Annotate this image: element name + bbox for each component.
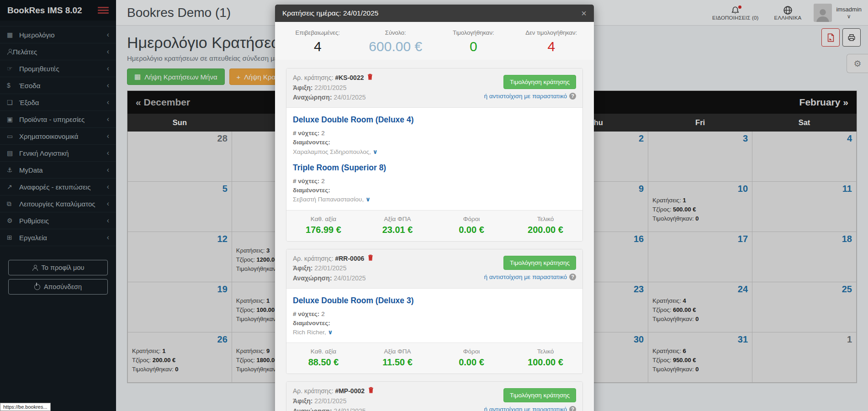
booking-card-header: Αρ. κράτησης: #MP-0002 Άφιξη: 22/01/2025… bbox=[286, 382, 582, 411]
booking-card-header: Αρ. κράτησης: #KS-0022 Άφιξη: 22/01/2025… bbox=[286, 68, 582, 108]
departure-label: Αναχώρηση: bbox=[293, 94, 332, 101]
stat-label: Επιβεβαιωμένες: bbox=[279, 29, 357, 36]
stat-label: Σύνολο: bbox=[357, 29, 435, 36]
booking-rooms: Deluxe Double Room (Deluxe 3) # νύχτες: … bbox=[286, 289, 582, 343]
close-icon[interactable]: × bbox=[581, 9, 587, 18]
room-block: Triple Room (Superior 8) # νύχτες: 2 δια… bbox=[293, 163, 576, 205]
vat-label: Αξία ΦΠΑ bbox=[360, 348, 434, 355]
final-value: 200.00 € bbox=[508, 225, 582, 235]
booking-card: Αρ. κράτησης: #MP-0002 Άφιξη: 22/01/2025… bbox=[286, 381, 583, 411]
vat-label: Αξία ΦΠΑ bbox=[360, 216, 434, 222]
modal-title: Κρατήσεις ημέρας: 24/01/2025 bbox=[282, 9, 378, 17]
booking-id: #RR-0006 bbox=[335, 255, 364, 262]
stat-label: Τιμολογήθηκαν: bbox=[434, 29, 513, 36]
help-icon[interactable]: ? bbox=[569, 274, 576, 280]
delete-booking-icon[interactable] bbox=[367, 74, 373, 81]
nights-value: 2 bbox=[321, 311, 325, 317]
booking-no-label: Αρ. κράτησης: bbox=[293, 74, 333, 81]
modal-stat: Επιβεβαιωμένες: 4 bbox=[279, 29, 357, 54]
booking-cards: Αρ. κράτησης: #KS-0022 Άφιξη: 22/01/2025… bbox=[275, 60, 594, 411]
chevron-down-icon[interactable]: ∨ bbox=[328, 329, 333, 336]
taxes-label: Φόροι bbox=[434, 216, 508, 222]
nights-value: 2 bbox=[321, 178, 325, 184]
arrival-label: Άφιξη: bbox=[293, 397, 312, 405]
room-name-link[interactable]: Deluxe Double Room (Deluxe 3) bbox=[293, 296, 576, 306]
booking-no-label: Αρ. κράτησης: bbox=[293, 387, 333, 395]
guest-name: Σεβαστή Παπαναστασίου, bbox=[293, 196, 364, 203]
final-label: Τελικό bbox=[508, 216, 582, 222]
modal-stat: Δεν τιμολογήθηκαν: 4 bbox=[513, 29, 591, 54]
invoice-booking-button[interactable]: Τιμολόγηση κράτησης bbox=[503, 75, 576, 89]
arrival-date: 22/01/2025 bbox=[314, 84, 346, 91]
invoice-booking-button[interactable]: Τιμολόγηση κράτησης bbox=[503, 256, 576, 270]
booking-id: #KS-0022 bbox=[335, 74, 364, 81]
arrival-date: 22/01/2025 bbox=[314, 264, 346, 272]
stat-value: 4 bbox=[279, 39, 357, 54]
delete-booking-icon[interactable] bbox=[368, 255, 373, 262]
departure-date: 24/01/2025 bbox=[333, 407, 365, 411]
room-name-link[interactable]: Triple Room (Superior 8) bbox=[293, 163, 576, 173]
delete-booking-icon[interactable] bbox=[368, 387, 374, 395]
booking-no-label: Αρ. κράτησης: bbox=[293, 255, 333, 262]
booking-card: Αρ. κράτησης: #KS-0022 Άφιξη: 22/01/2025… bbox=[286, 68, 583, 242]
match-document-link[interactable]: ή αντιστοίχιση με παραστατικό bbox=[484, 406, 567, 411]
booking-id: #MP-0002 bbox=[335, 387, 365, 395]
room-name-link[interactable]: Deluxe Double Room (Deluxe 4) bbox=[293, 115, 576, 125]
guest-name: Χαραλαμπος Σιδηροπουλος, bbox=[293, 148, 371, 155]
final-value: 100.00 € bbox=[508, 357, 582, 368]
departure-label: Αναχώρηση: bbox=[293, 407, 332, 411]
net-label: Καθ. αξία bbox=[286, 348, 360, 355]
nights-label: # νύχτες: bbox=[293, 178, 319, 184]
taxes-label: Φόροι bbox=[434, 348, 508, 355]
chevron-down-icon[interactable]: ∨ bbox=[365, 196, 370, 203]
taxes-value: 0.00 € bbox=[434, 225, 508, 235]
stat-value: 4 bbox=[513, 39, 591, 54]
modal-header: Κρατήσεις ημέρας: 24/01/2025 × bbox=[275, 5, 594, 22]
nights-value: 2 bbox=[321, 130, 325, 137]
departure-label: Αναχώρηση: bbox=[293, 274, 332, 282]
net-label: Καθ. αξία bbox=[286, 216, 360, 222]
departure-date: 24/01/2025 bbox=[333, 94, 365, 101]
match-document-link[interactable]: ή αντιστοίχιση με παραστατικό bbox=[484, 93, 567, 100]
room-block: Deluxe Double Room (Deluxe 4) # νύχτες: … bbox=[293, 115, 576, 157]
stat-value: 600.00 € bbox=[357, 39, 435, 54]
vat-value: 23.01 € bbox=[360, 225, 434, 235]
arrival-label: Άφιξη: bbox=[293, 84, 312, 91]
final-label: Τελικό bbox=[508, 348, 582, 355]
modal-stat: Σύνολο: 600.00 € bbox=[357, 29, 435, 54]
nights-label: # νύχτες: bbox=[293, 311, 319, 317]
stat-label: Δεν τιμολογήθηκαν: bbox=[513, 29, 591, 36]
modal-stats: Επιβεβαιωμένες: 4 Σύνολο: 600.00 € Τιμολ… bbox=[275, 22, 594, 60]
arrival-date: 22/01/2025 bbox=[314, 397, 346, 405]
help-icon[interactable]: ? bbox=[569, 93, 576, 100]
stat-value: 0 bbox=[434, 39, 513, 54]
nights-label: # νύχτες: bbox=[293, 130, 319, 137]
booking-totals: Καθ. αξία88.50 € Αξία ΦΠΑ11.50 € Φόροι0.… bbox=[286, 342, 582, 374]
invoice-booking-button[interactable]: Τιμολόγηση κράτησης bbox=[503, 388, 576, 402]
booking-rooms: Deluxe Double Room (Deluxe 4) # νύχτες: … bbox=[286, 108, 582, 210]
guests-label: διαμένοντες: bbox=[293, 320, 330, 327]
app-root: BookRes IMS 8.02 ▦ Ημερολόγιο ‹ Πελάτες … bbox=[0, 0, 868, 411]
vat-value: 11.50 € bbox=[360, 357, 434, 368]
taxes-value: 0.00 € bbox=[434, 357, 508, 368]
booking-totals: Καθ. αξία176.99 € Αξία ΦΠΑ23.01 € Φόροι0… bbox=[286, 210, 582, 241]
departure-date: 24/01/2025 bbox=[333, 274, 365, 282]
chevron-down-icon[interactable]: ∨ bbox=[373, 148, 378, 155]
guest-name: Rich Richer, bbox=[293, 329, 326, 336]
net-value: 88.50 € bbox=[286, 357, 360, 368]
match-document-link[interactable]: ή αντιστοίχιση με παραστατικό bbox=[484, 274, 567, 280]
modal-stat: Τιμολογήθηκαν: 0 bbox=[434, 29, 513, 54]
booking-card-header: Αρ. κράτησης: #RR-0006 Άφιξη: 22/01/2025… bbox=[286, 249, 582, 289]
booking-card: Αρ. κράτησης: #RR-0006 Άφιξη: 22/01/2025… bbox=[286, 249, 583, 374]
guests-label: διαμένοντες: bbox=[293, 187, 330, 194]
guests-label: διαμένοντες: bbox=[293, 139, 330, 146]
status-link-preview: https://be.bookres... bbox=[0, 403, 51, 411]
arrival-label: Άφιξη: bbox=[293, 264, 312, 272]
net-value: 176.99 € bbox=[286, 225, 360, 235]
help-icon[interactable]: ? bbox=[569, 406, 576, 411]
room-block: Deluxe Double Room (Deluxe 3) # νύχτες: … bbox=[293, 296, 576, 337]
day-bookings-modal: Κρατήσεις ημέρας: 24/01/2025 × Επιβεβαιω… bbox=[275, 5, 594, 411]
